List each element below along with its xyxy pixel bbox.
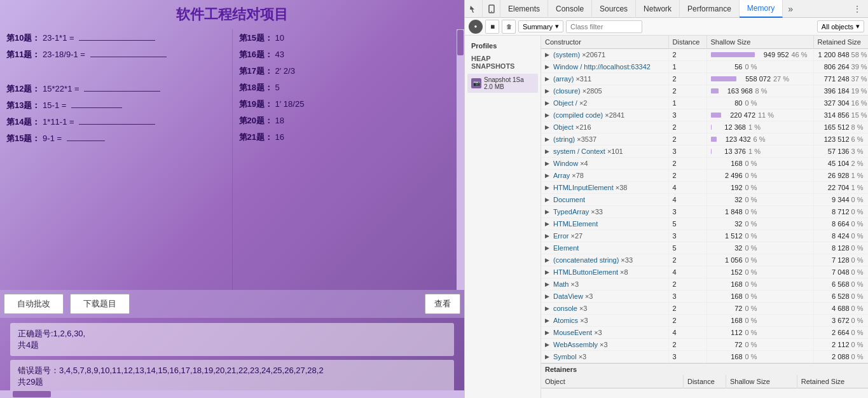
table-row[interactable]: ▶ Math ×3 2 168 0 % 6 568 0 %: [541, 278, 868, 291]
expand-arrow[interactable]: ▶: [545, 100, 551, 106]
table-row[interactable]: ▶ WebAssembly ×3 2 72 0 % 2 112 0 %: [541, 339, 868, 351]
table-row[interactable]: ▶ Window / http://localhost:63342 1 56 0…: [541, 61, 868, 73]
expand-arrow[interactable]: ▶: [545, 269, 551, 275]
col-constructor[interactable]: Constructor: [541, 36, 668, 49]
expand-arrow[interactable]: ▶: [545, 281, 551, 287]
ret-col-dist[interactable]: Distance: [683, 375, 726, 388]
mobile-icon-btn[interactable]: [483, 0, 500, 18]
clear-btn[interactable]: 🗑: [502, 20, 516, 34]
summary-dropdown[interactable]: Summary ▾: [518, 20, 563, 32]
tab-console[interactable]: Console: [548, 0, 592, 18]
table-row[interactable]: ▶ Object / ×2 1 80 0 % 327 304 16 %: [541, 97, 868, 109]
table-row[interactable]: ▶ Array ×78 2 2 496 0 % 26 928 1 %: [541, 170, 868, 182]
cell-constructor: ▶ Atomics ×3: [541, 315, 668, 327]
cell-distance: 1: [668, 97, 706, 109]
heap-table-wrapper[interactable]: Constructor Distance Shallow Size Retain…: [541, 36, 868, 398]
table-row[interactable]: ▶ Symbol ×3 3 168 0 % 2 088 0 %: [541, 351, 868, 363]
table-row[interactable]: ▶ (system) ×20671 2 949 952 46 % 1 200 8…: [541, 49, 868, 61]
view-button[interactable]: 查看: [425, 294, 460, 314]
table-row[interactable]: ▶ console ×3 2 72 0 % 4 688 0 %: [541, 303, 868, 315]
question-column-2: 第15题： 10 第16题： 43 第17题： 2′ 2/3 第18题： 5 第…: [232, 29, 465, 290]
table-row[interactable]: ▶ Error ×27 3 1 512 0 % 8 424 0 %: [541, 230, 868, 242]
cell-distance: 5: [668, 242, 706, 254]
table-row[interactable]: ▶ TypedArray ×33 3 1 848 0 % 8 712 0 %: [541, 206, 868, 218]
settings-icon-btn[interactable]: ⋮: [850, 2, 864, 16]
table-row[interactable]: ▶ (array) ×311 2 558 072 27 % 771 248 37…: [541, 73, 868, 85]
table-row[interactable]: ▶ HTMLElement 5 32 0 % 8 664 0 %: [541, 218, 868, 230]
expand-arrow[interactable]: ▶: [545, 293, 551, 299]
table-row[interactable]: ▶ DataView ×3 3 168 0 % 6 528 0 %: [541, 291, 868, 303]
h-scrollbar[interactable]: [0, 390, 464, 398]
cell-shallow: 32 0 %: [706, 194, 813, 206]
table-row[interactable]: ▶ (closure) ×2805 2 163 968 8 % 396 184 …: [541, 85, 868, 97]
expand-arrow[interactable]: ▶: [545, 305, 551, 312]
expand-arrow[interactable]: ▶: [545, 209, 551, 215]
expand-arrow[interactable]: ▶: [545, 317, 551, 324]
q11: 第11题： 23-18/9-1 =: [6, 49, 226, 60]
expand-arrow[interactable]: ▶: [545, 148, 551, 154]
expand-arrow[interactable]: ▶: [545, 196, 551, 203]
expand-arrow[interactable]: ▶: [545, 329, 551, 336]
expand-arrow[interactable]: ▶: [545, 257, 551, 263]
table-row[interactable]: ▶ (string) ×3537 2 123 432 6 % 123 512 6…: [541, 134, 868, 146]
h-scroll-thumb[interactable]: [13, 391, 51, 397]
table-row[interactable]: ▶ (compiled code) ×2841 3 220 472 11 % 3…: [541, 109, 868, 121]
class-filter-input[interactable]: [566, 20, 642, 33]
expand-arrow[interactable]: ▶: [545, 76, 551, 82]
table-row[interactable]: ▶ Atomics ×3 2 168 0 % 3 672 0 %: [541, 315, 868, 327]
expand-arrow[interactable]: ▶: [545, 88, 551, 94]
ret-col-shallow[interactable]: Shallow Size: [726, 375, 797, 388]
expand-arrow[interactable]: ▶: [545, 341, 551, 348]
table-row[interactable]: ▶ Object ×216 2 12 368 1 % 165 512 8 %: [541, 121, 868, 134]
tab-more-btn[interactable]: »: [783, 4, 798, 14]
snapshot-item[interactable]: 📷 Snapshot 1Sa 2.0 MB: [467, 74, 538, 93]
cursor-icon-btn[interactable]: [465, 0, 483, 18]
col-retained[interactable]: Retained Size: [813, 36, 868, 49]
expand-arrow[interactable]: ▶: [545, 353, 551, 360]
expand-arrow[interactable]: ▶: [545, 112, 551, 118]
all-objects-dropdown[interactable]: All objects ▾: [817, 20, 864, 32]
table-row[interactable]: ▶ Document 4 32 0 % 9 344 0 %: [541, 194, 868, 206]
stop-btn[interactable]: ⏹: [485, 20, 499, 34]
tab-memory[interactable]: Memory: [740, 0, 783, 18]
expand-arrow[interactable]: ▶: [545, 160, 551, 167]
cell-constructor: ▶ (array) ×311: [541, 73, 668, 85]
expand-arrow[interactable]: ▶: [545, 184, 551, 191]
table-row[interactable]: ▶ HTMLInputElement ×38 4 192 0 % 22 704 …: [541, 182, 868, 194]
expand-arrow[interactable]: ▶: [545, 64, 551, 70]
expand-arrow[interactable]: ▶: [545, 221, 551, 227]
expand-arrow[interactable]: ▶: [545, 233, 551, 239]
tab-performance[interactable]: Performance: [680, 0, 740, 18]
expand-arrow[interactable]: ▶: [545, 172, 551, 179]
expand-arrow[interactable]: ▶: [545, 124, 551, 130]
cell-distance: 2: [668, 49, 706, 61]
auto-correct-button[interactable]: 自动批改: [4, 294, 64, 314]
table-row[interactable]: ▶ Element 5 32 0 % 8 128 0 %: [541, 242, 868, 254]
expand-arrow[interactable]: ▶: [545, 245, 551, 251]
left-panel: 软件工程结对项目 第10题： 23-1*1 = 第11题： 23-18/9-1 …: [0, 0, 464, 398]
v-scrollbar[interactable]: [457, 29, 464, 290]
ret-col-retained[interactable]: Retained Size: [797, 375, 868, 388]
cell-distance: 5: [668, 218, 706, 230]
expand-arrow[interactable]: ▶: [545, 136, 551, 142]
cell-shallow: 168 0 %: [706, 315, 813, 327]
cell-retained: 165 512 8 %: [813, 121, 868, 134]
tab-elements[interactable]: Elements: [500, 0, 548, 18]
cell-distance: 3: [668, 206, 706, 218]
table-row[interactable]: ▶ Window ×4 2 168 0 % 45 104 2 %: [541, 158, 868, 170]
table-row[interactable]: ▶ HTMLButtonElement ×8 4 152 0 % 7 048 0…: [541, 266, 868, 278]
download-button[interactable]: 下载题目: [70, 294, 130, 314]
table-row[interactable]: ▶ system / Context ×101 3 13 376 1 % 57 …: [541, 146, 868, 158]
v-scroll-thumb[interactable]: [457, 30, 464, 55]
cell-constructor: ▶ Window ×4: [541, 158, 668, 170]
tab-network[interactable]: Network: [636, 0, 680, 18]
tab-sources[interactable]: Sources: [592, 0, 636, 18]
col-distance[interactable]: Distance: [668, 36, 706, 49]
table-row[interactable]: ▶ MouseEvent ×3 4 112 0 % 2 664 0 %: [541, 327, 868, 339]
cell-constructor: ▶ console ×3: [541, 303, 668, 315]
ret-col-object[interactable]: Object: [541, 375, 683, 388]
col-shallow[interactable]: Shallow Size: [706, 36, 813, 49]
table-row[interactable]: ▶ (concatenated string) ×33 2 1 056 0 % …: [541, 254, 868, 266]
record-btn[interactable]: ●: [469, 20, 483, 34]
expand-arrow[interactable]: ▶: [545, 51, 551, 58]
